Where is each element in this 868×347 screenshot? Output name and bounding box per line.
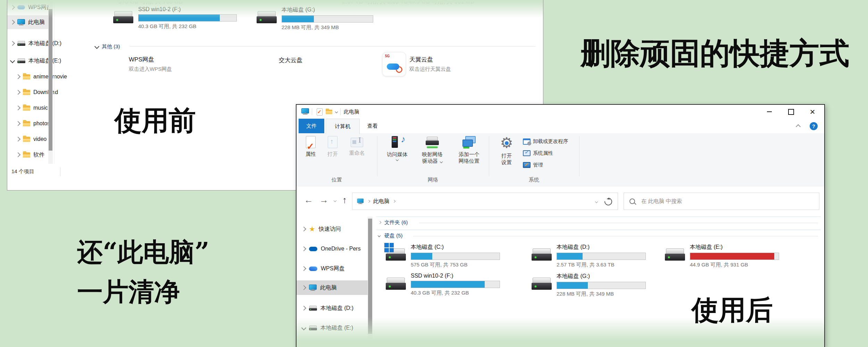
group-header-hard-disks[interactable]: 硬盘 (5): [384, 232, 403, 239]
sidebar-item-folder[interactable]: anime&movie: [16, 70, 67, 83]
address-bar[interactable]: 此电脑: [352, 193, 618, 210]
refresh-icon[interactable]: [603, 196, 614, 207]
drive-free-space: 2.57 TB 可用, 共 3.63 TB: [557, 262, 646, 268]
group-rule: [413, 236, 818, 236]
minimize-button[interactable]: [759, 105, 780, 119]
drive-item[interactable]: 本地磁盘 (D:) 2.57 TB 可用, 共 3.63 TB: [532, 244, 646, 268]
drive-item[interactable]: 本地磁盘 (G:) 228 MB 可用, 共 349 MB: [532, 273, 646, 297]
button-label: 访问媒体: [387, 151, 408, 158]
collapse-ribbon-icon[interactable]: [796, 124, 801, 129]
toolbar-divider: [312, 108, 312, 115]
new-folder-quick-icon[interactable]: [326, 110, 332, 114]
scrollbar-thumb[interactable]: [368, 219, 372, 334]
chevron-down-icon[interactable]: [94, 44, 99, 49]
uninstall-programs-button[interactable]: 卸载或更改程序: [523, 138, 568, 145]
drive-name: 本地磁盘 (C:): [411, 244, 500, 251]
properties-icon: [306, 136, 316, 148]
sidebar-item-disk-e[interactable]: 本地磁盘 (E:): [11, 54, 61, 67]
map-network-drive-button[interactable]: 映射网络 驱动器: [415, 136, 450, 164]
gear-icon: ⚙: [499, 136, 515, 150]
sidebar-item-onedrive[interactable]: OneDrive - Pers: [302, 242, 361, 256]
breadcrumb-this-pc[interactable]: 此电脑: [373, 198, 390, 205]
up-button[interactable]: ↑: [342, 195, 347, 204]
address-bar-row: ← → ↑ 此电脑: [297, 186, 824, 216]
sidebar-item-disk-e[interactable]: 本地磁盘 (E:): [302, 321, 353, 335]
sidebar-item-label: 本地磁盘 (D:): [28, 40, 61, 47]
cloud-icon: [17, 5, 25, 9]
sidebar-item-this-pc[interactable]: 此电脑: [302, 281, 337, 295]
sidebar-item-label: 本地磁盘 (E:): [28, 57, 61, 65]
button-label: 管理: [533, 162, 543, 168]
drive-usage-bar: [690, 253, 779, 260]
folder-icon: [23, 90, 30, 95]
drive-item[interactable]: 本地磁盘 (C:) 575 GB 可用, 共 753 GB: [386, 244, 500, 268]
drive-name: SSD win10-2 (F:): [411, 273, 500, 279]
folder-icon: [23, 105, 30, 111]
sidebar-item-folder[interactable]: photos: [16, 117, 50, 130]
drive-usage-fill: [557, 282, 588, 289]
scrollbar-thumb[interactable]: [49, 9, 52, 151]
drive-item[interactable]: 本地磁盘 (E:) 44.9 GB 可用, 共 931 GB: [665, 244, 779, 268]
forward-button[interactable]: →: [319, 195, 328, 204]
drive-free-space: 575 GB 可用, 共 753 GB: [411, 262, 500, 268]
tab-view[interactable]: 查看: [360, 119, 385, 133]
button-label: 重命名: [349, 150, 365, 156]
help-icon[interactable]: ?: [810, 122, 818, 130]
sidebar-item-quick-access[interactable]: ★ 快速访问: [302, 222, 341, 236]
windows-logo-icon: [384, 243, 394, 252]
button-label: 系统属性: [533, 150, 553, 156]
chevron-right-icon: [16, 137, 20, 142]
rename-button[interactable]: 重命名: [344, 136, 370, 156]
drive-usage-bar: [138, 14, 237, 22]
add-network-location-button[interactable]: 添加一个 网络位置: [451, 136, 487, 164]
properties-quick-icon[interactable]: [317, 108, 323, 116]
hard-drive-icon: [532, 278, 552, 291]
sidebar-item-wps-cloud[interactable]: WPS网盘: [302, 262, 344, 276]
close-button[interactable]: ×: [802, 105, 823, 119]
drive-item[interactable]: SSD win10-2 (F:) 40.3 GB 可用, 共 232 GB: [386, 273, 500, 296]
address-dropdown-icon[interactable]: [595, 200, 598, 203]
sidebar-item-label: video: [33, 136, 47, 142]
system-properties-button[interactable]: 系统属性: [523, 150, 553, 156]
tab-computer[interactable]: 计算机: [326, 119, 360, 134]
chevron-right-icon: [301, 266, 306, 271]
drive-usage-bar: [557, 282, 646, 289]
recent-locations-dropdown-icon[interactable]: [334, 199, 336, 202]
back-button[interactable]: ←: [304, 195, 313, 204]
sidebar-item-folder[interactable]: anime&movie: [308, 339, 360, 347]
search-box[interactable]: [624, 193, 819, 210]
left-annotation-line1: 还“此电脑”: [77, 235, 209, 270]
sidebar-item-label: music: [33, 105, 48, 111]
navigation-pane: ★ 快速访问 OneDrive - Pers WPS网盘 此电脑 本地磁盘 (D…: [297, 216, 373, 347]
button-label: 卸载或更改程序: [533, 138, 568, 145]
hard-drive-icon: [257, 11, 277, 25]
maximize-button[interactable]: [781, 105, 801, 119]
search-input[interactable]: [641, 198, 802, 205]
sidebar-item-folder[interactable]: video: [16, 133, 47, 146]
group-header-folders[interactable]: 文件夹 (6): [384, 219, 408, 226]
group-label-network: 网络: [377, 177, 489, 183]
sidebar-item-folder[interactable]: 软件: [16, 148, 44, 161]
chevron-right-icon: [16, 121, 20, 126]
drive-usage-fill: [282, 16, 314, 22]
sidebar-item-folder[interactable]: music: [16, 101, 48, 115]
open-settings-button[interactable]: ⚙ 打开 设置: [493, 136, 520, 166]
drive-name: 本地磁盘 (E:): [690, 244, 779, 251]
drive-item[interactable]: SSD win10-2 (F:) 40.3 GB 可用, 共 232 GB: [113, 6, 237, 30]
access-media-button[interactable]: ♪ 访问媒体: [381, 136, 413, 161]
qat-dropdown-icon[interactable]: [335, 110, 338, 113]
sidebar-item-wps-cloud[interactable]: WPS网盘: [11, 1, 52, 14]
tab-label: 计算机: [335, 123, 351, 130]
sidebar-item-disk-d[interactable]: 本地磁盘 (D:): [302, 301, 353, 315]
chevron-right-icon: [301, 306, 306, 311]
drive-item[interactable]: 本地磁盘 (G:) 228 MB 可用, 共 349 MB: [257, 6, 373, 31]
tab-file[interactable]: 文件: [299, 119, 324, 133]
properties-button[interactable]: 属性: [300, 136, 322, 157]
drive-usage-fill: [411, 281, 485, 288]
open-button[interactable]: 打开: [323, 136, 342, 157]
badge-5g: 5G: [385, 54, 390, 58]
manage-button[interactable]: 管理: [523, 162, 543, 168]
group-header-other[interactable]: 其他 (3): [102, 43, 120, 50]
sidebar-item-this-pc[interactable]: 此电脑: [11, 16, 45, 29]
folder-icon: [23, 121, 30, 126]
